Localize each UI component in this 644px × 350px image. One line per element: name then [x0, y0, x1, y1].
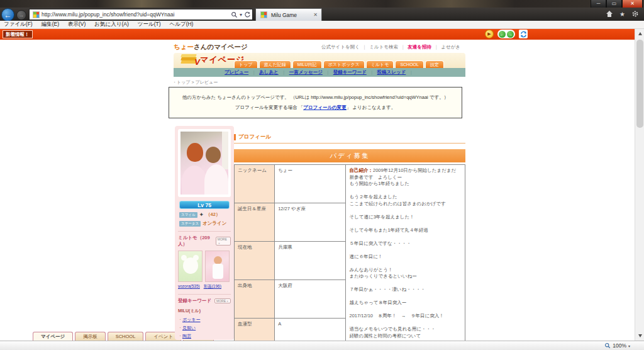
notice-line1: 他の方からみた ちょーさんのトップページです。 （URLは http://www…	[182, 94, 448, 101]
row-value: ちょー	[275, 165, 346, 203]
keyword-item[interactable]: 陶芸	[178, 333, 231, 339]
menu-favorites[interactable]: お気に入り(A)	[94, 21, 128, 28]
level-badge[interactable]: Lv 75	[179, 201, 230, 209]
keyword-item[interactable]: ポッキー	[178, 317, 231, 323]
page-viewport: 新着情報！ マイページ 掲示板 SCHOOL イベント ギルド ▶ ← → ちょ…	[0, 29, 635, 341]
zoom-dropdown-icon[interactable]: ▾	[628, 344, 630, 348]
page-title: ちょーさんのマイページ	[174, 43, 248, 52]
tab-postbox[interactable]: ポストボックス	[323, 60, 365, 68]
tab-favicon	[260, 11, 267, 18]
new-info-button[interactable]: 新着情報！	[3, 30, 33, 38]
zoom-level: 100%	[613, 342, 626, 349]
row-value: 兵庫県	[275, 242, 346, 280]
page-nav-pill: ← →	[497, 30, 515, 38]
subnav-ashiato[interactable]: あしあと	[259, 69, 279, 76]
back-button[interactable]: ←	[1, 8, 14, 21]
browser-tab[interactable]: Milu Game ✕	[255, 8, 322, 21]
notice-box: 他の方からみた ちょーさんのトップページです。 （URLは http://www…	[169, 87, 462, 118]
table-row: ニックネーム ちょー 自己紹介：2009年12月10日から開始したまだまだ 新参…	[235, 165, 465, 203]
smile-label: スマイル	[179, 212, 197, 218]
buddy-recruit-banner: パディ募集	[234, 149, 465, 162]
keyword-more-button[interactable]: MORE＋	[214, 298, 231, 303]
gear-icon[interactable]	[631, 10, 639, 18]
row-label: 血液型	[235, 319, 275, 341]
game-toolbar	[0, 29, 635, 40]
address-dropdown-icon[interactable]: ▾	[240, 12, 242, 18]
subnav-preview[interactable]: プレビュー	[225, 69, 248, 76]
tab-settings[interactable]: 設定	[425, 60, 444, 68]
profile-sidebar: Lv 75 スマイル ✦ （42） ステータス オンライン ミルトモ（209人）…	[175, 126, 234, 340]
intro-text: 2009年12月10日から開始したまだまだ 新参者です よろしくー もう開始から…	[349, 167, 456, 341]
intro-label: 自己紹介：	[349, 167, 373, 173]
profile-main: プロフィール パディ募集 ニックネーム ちょー 自己紹介：2009年12月10日…	[234, 133, 465, 341]
avatar-card	[178, 129, 231, 197]
window-titlebar	[0, 0, 644, 8]
refresh-icon[interactable]	[244, 11, 251, 18]
tab-title: Milu Game	[271, 12, 312, 18]
mypage-tabs: トップ 遊んだ記録 MILU日記 ポストボックス ミルトモ SCHOOL 設定	[234, 60, 444, 68]
tab-school[interactable]: SCHOOL	[395, 60, 424, 68]
page-refresh-icon[interactable]	[519, 30, 528, 38]
smile-value: （42）	[206, 212, 220, 218]
home-icon[interactable]	[606, 10, 613, 18]
tab-close-icon[interactable]: ✕	[312, 12, 319, 18]
friend-thumbnail[interactable]	[178, 251, 203, 282]
scrollbar-thumb[interactable]	[636, 40, 643, 128]
status-bar: 100% ▾	[0, 341, 644, 350]
toolbar-tab-board[interactable]: 掲示板	[75, 332, 106, 341]
nav-back-icon[interactable]: ←	[499, 31, 506, 38]
quick-launch-icon[interactable]: ▶	[485, 30, 494, 38]
favorites-star-icon[interactable]: ★	[619, 11, 625, 18]
friend-link[interactable]: yozora(535)	[178, 284, 200, 290]
link-official-site[interactable]: 公式サイトを開く	[321, 44, 360, 50]
scroll-up-arrow[interactable]	[635, 29, 644, 38]
site-favicon	[33, 11, 40, 18]
nav-forward-icon[interactable]: →	[507, 31, 514, 38]
url-text[interactable]: http://www.milu.jp/popup_inc/showfriend?…	[42, 11, 231, 18]
menu-file[interactable]: ファイル(F)	[4, 21, 33, 28]
books-icon: V	[181, 54, 197, 65]
menu-help[interactable]: ヘルプ(H)	[170, 21, 194, 28]
tab-top[interactable]: トップ	[234, 60, 258, 68]
miltomo-more-button[interactable]: MORE＋	[216, 237, 231, 246]
notice-line2: プロフィールを変更する場合 「プロフィールの変更」 よりおこなえます。	[235, 104, 396, 111]
breadcrumb: ・トップ > プレビュー	[172, 79, 218, 86]
keyword-item[interactable]: 見習い	[178, 325, 231, 331]
scroll-down-arrow[interactable]	[635, 331, 644, 341]
toolbar-tab-mypage[interactable]: マイページ	[33, 332, 73, 341]
row-value: 12/27 やぎ座	[275, 203, 346, 242]
menu-bar: ファイル(F) 編集(E) 表示(V) お気に入り(A) ツール(T) ヘルプ(…	[0, 21, 644, 29]
toolbar-tab-school[interactable]: SCHOOL	[108, 332, 144, 341]
menu-tools[interactable]: ツール(T)	[138, 21, 161, 28]
forward-button[interactable]: →	[16, 10, 26, 20]
profile-change-link[interactable]: プロフィールの変更	[303, 104, 347, 110]
row-value: 大阪府	[275, 280, 346, 319]
address-bar[interactable]: http://www.milu.jp/popup_inc/showfriend?…	[29, 9, 253, 20]
row-label: 誕生日＆星座	[235, 203, 275, 242]
vertical-scrollbar[interactable]	[635, 29, 644, 341]
friend-link[interactable]: 彩遥(196)	[204, 284, 221, 290]
subnav-threads[interactable]: 投稿スレッド	[377, 69, 406, 76]
tab-milu-diary[interactable]: MILU日記	[292, 60, 322, 68]
sub-nav-bar: プレビュー｜ あしあと｜ 一言メッセージ｜ 登録キーワード｜ 投稿スレッド｜	[174, 68, 465, 77]
profile-section-title: プロフィール	[234, 133, 465, 144]
subnav-message[interactable]: 一言メッセージ	[289, 69, 323, 76]
zoom-control[interactable]: 100% ▾	[604, 342, 630, 349]
link-invite-friend[interactable]: 友達を招待	[408, 44, 431, 50]
miltomo-header: ミルトモ（209人）	[178, 235, 216, 247]
status-value: オンライン	[203, 220, 226, 227]
menu-view[interactable]: 表示(V)	[68, 21, 86, 28]
avatar-image	[180, 132, 228, 195]
link-miltomo-search[interactable]: ミルトモ検索	[369, 44, 398, 50]
row-label: 出身地	[235, 280, 275, 319]
profile-table: ニックネーム ちょー 自己紹介：2009年12月10日から開始したまだまだ 新参…	[234, 164, 465, 341]
menu-edit[interactable]: 編集(E)	[42, 21, 59, 28]
row-label: 現在地	[235, 242, 275, 280]
tab-miltomo[interactable]: ミルトモ	[366, 60, 394, 68]
tab-play-record[interactable]: 遊んだ記録	[259, 60, 291, 68]
friend-thumbnail[interactable]	[205, 251, 230, 282]
keyword-list: ポッキー 見習い 陶芸 イエティ	[178, 317, 231, 341]
subnav-keywords[interactable]: 登録キーワード	[333, 69, 367, 76]
search-icon[interactable]	[231, 11, 238, 18]
link-yosegaki[interactable]: よせがき	[441, 44, 460, 50]
